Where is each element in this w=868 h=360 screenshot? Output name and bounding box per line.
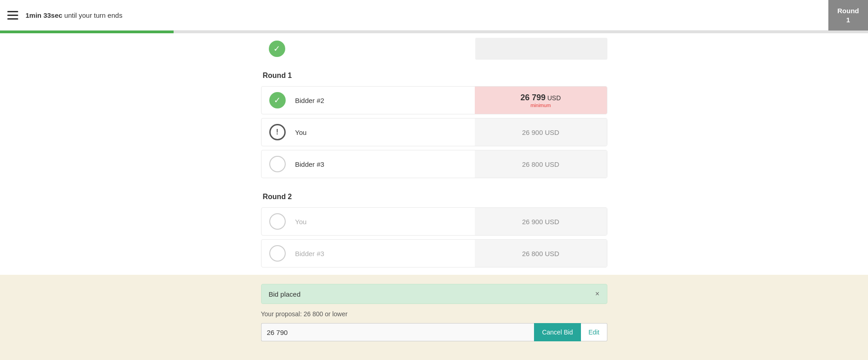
bidder3-r1-icon: [262, 156, 293, 172]
bid-row-bidder2: ✓ Bidder #2 26 799 USD minimum: [261, 86, 607, 114]
round2-section: Round 2 You 26 900 USD Bidder #3 26 800 …: [261, 185, 607, 275]
bottom-inner: Bid placed × Your proposal: 26 800 or lo…: [261, 284, 607, 341]
bidder2-amount: 26 799 USD minimum: [475, 87, 607, 114]
bid-row-you-r1: You 26 900 USD: [261, 118, 607, 146]
round1-section: Round 1 ✓ Bidder #2 26 799 USD minimum: [261, 64, 607, 185]
partial-amount: [475, 38, 607, 60]
empty-circle-icon: [269, 156, 286, 172]
bidder2-amount-currency: USD: [547, 94, 561, 102]
proposal-constraint: 26 800 or lower: [303, 310, 348, 318]
bidder2-amount-main: 26 799: [520, 93, 545, 103]
partial-top-row: ✓: [261, 33, 607, 64]
edit-button[interactable]: Edit: [581, 323, 607, 341]
proposal-label: Your proposal: 26 800 or lower: [261, 310, 348, 318]
check-circle-icon: ✓: [269, 92, 286, 108]
you-r1-icon: [262, 124, 293, 140]
bidder3-r2-label: Bidder #3: [293, 250, 475, 257]
bidder2-minimum-label: minimum: [530, 103, 551, 108]
bidder3-r2-amount: 26 800 USD: [475, 240, 607, 267]
bidder3-r1-label: Bidder #3: [293, 160, 475, 168]
you-r2-amount: 26 900 USD: [475, 208, 607, 235]
clock-icon: [269, 124, 286, 140]
bid-placed-text: Bid placed: [269, 290, 301, 298]
you-r1-amount: 26 900 USD: [475, 118, 607, 146]
timer-suffix: until your turn ends: [62, 11, 123, 19]
cancel-bid-button[interactable]: Cancel Bid: [534, 323, 581, 341]
proposal-input-area: Cancel Bid Edit: [261, 323, 607, 341]
proposal-input[interactable]: [261, 323, 534, 341]
bid-row-bidder3-r2: Bidder #3 26 800 USD: [261, 239, 607, 267]
round-badge-label: Round: [837, 7, 859, 15]
timer: 1min 33sec until your turn ends: [26, 11, 123, 19]
auction-panel: ✓ Round 1 ✓ Bidder #2 26 799 USD: [261, 33, 607, 275]
bid-row-you-r2: You 26 900 USD: [261, 207, 607, 236]
top-bar: 1min 33sec until your turn ends Round 1: [0, 0, 868, 31]
main-content: ✓ Round 1 ✓ Bidder #2 26 799 USD: [0, 33, 868, 275]
bid-row-bidder3-r1: Bidder #3 26 800 USD: [261, 150, 607, 178]
empty-circle-icon-r2: [269, 213, 286, 230]
bid-placed-close-button[interactable]: ×: [595, 290, 599, 298]
bidder2-icon: ✓: [262, 92, 293, 108]
proposal-row: Your proposal: 26 800 or lower: [261, 310, 607, 318]
bidder3-r2-icon: [262, 245, 293, 262]
you-r1-label: You: [293, 129, 475, 136]
timer-seconds: 33sec: [43, 11, 62, 19]
round-badge-number: 1: [846, 16, 850, 24]
you-r2-icon: [262, 213, 293, 230]
bidder3-r1-amount: 26 800 USD: [475, 150, 607, 178]
bottom-area: Bid placed × Your proposal: 26 800 or lo…: [0, 275, 868, 360]
timer-minutes: 1min: [26, 11, 43, 19]
partial-icon: ✓: [261, 41, 293, 57]
round-badge: Round 1: [828, 0, 868, 31]
bidder2-label: Bidder #2: [293, 97, 475, 104]
round1-title: Round 1: [261, 72, 607, 80]
empty-circle-icon-r2b: [269, 245, 286, 262]
bid-placed-banner: Bid placed ×: [261, 284, 607, 304]
you-r2-label: You: [293, 218, 475, 226]
hamburger-menu[interactable]: [7, 11, 18, 20]
check-circle-icon: ✓: [269, 41, 285, 57]
round2-title: Round 2: [261, 193, 607, 201]
